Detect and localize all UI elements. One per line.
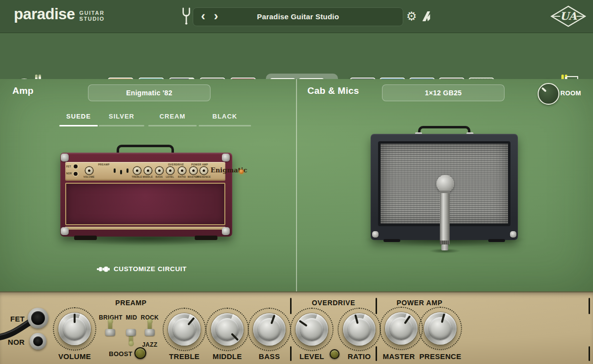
head-bass-knob	[156, 167, 163, 174]
amp-trim	[65, 227, 225, 230]
fet-input-jack[interactable]	[28, 308, 48, 328]
amp-model-selector[interactable]: Enigmatic '82	[88, 84, 211, 101]
customize-circuit-button[interactable]: CUSTOMIZE CIRCUIT	[97, 265, 187, 273]
room-label: ROOM	[560, 89, 581, 97]
microphone[interactable]	[436, 175, 454, 193]
overdrive-section-label: OVERDRIVE	[304, 299, 363, 307]
tuner-icon[interactable]	[181, 7, 192, 25]
treble-knob[interactable]	[168, 313, 201, 346]
level-knob[interactable]	[296, 313, 328, 346]
panel-divider	[296, 79, 297, 291]
amp-head-panel: FET NOR PREAMP OVERDRIVE POWER AMP VOLUM…	[65, 162, 225, 181]
settings-gear-icon[interactable]: ⚙	[406, 9, 417, 23]
master-knob[interactable]	[385, 312, 418, 345]
nor-input-jack[interactable]	[30, 333, 46, 350]
brand-logo: paradise GUITAR STUDIO	[14, 6, 105, 23]
head-treble-knob	[133, 167, 141, 174]
preset-title[interactable]: Paradise Guitar Studio	[193, 8, 403, 26]
mid-toggle[interactable]	[126, 320, 136, 345]
head-ratio-knob	[178, 167, 186, 174]
tab-black[interactable]: BLACK	[199, 112, 251, 126]
brand-name: paradise	[14, 6, 75, 23]
circuit-component-icon	[97, 266, 110, 273]
signal-chain-toolbar: IN GATE	[0, 33, 593, 80]
header-bar: paradise GUITAR STUDIO ‹ › Paradise Guit…	[0, 0, 593, 33]
head-volume-knob	[85, 167, 93, 174]
boost-button[interactable]	[134, 347, 146, 359]
amp-grille	[65, 183, 225, 225]
head-level-knob	[167, 167, 174, 174]
plugin-window: paradise GUITAR STUDIO ‹ › Paradise Guit…	[0, 0, 593, 364]
volume-knob[interactable]	[58, 313, 91, 345]
nor-input-label: NOR	[5, 338, 25, 346]
svg-text:UA: UA	[560, 10, 577, 22]
cab-model-selector[interactable]: 1×12 GB25	[382, 84, 505, 101]
fet-input-label: FET	[5, 315, 25, 323]
tab-suede[interactable]: SUEDE	[59, 112, 98, 126]
middle-knob[interactable]	[211, 313, 244, 346]
head-middle-knob	[144, 167, 152, 174]
ua-logo: UA	[550, 5, 587, 28]
limit-link-line	[566, 76, 578, 77]
room-knob[interactable]	[538, 83, 559, 105]
tab-silver[interactable]: SILVER	[99, 112, 144, 126]
preamp-section-label: PREAMP	[101, 299, 161, 307]
preset-bar[interactable]: ‹ › Paradise Guitar Studio	[193, 7, 403, 26]
amp-section-title: Amp	[12, 85, 34, 96]
head-power-led	[239, 169, 244, 174]
presence-knob[interactable]	[424, 312, 457, 345]
ratio-knob[interactable]	[343, 313, 376, 346]
amp-control-panel: FET NOR VOLUME PREAMP BRIGHT MID ROCK JA…	[0, 291, 593, 364]
head-presence-knob	[200, 167, 208, 174]
main-area: Amp Enigmatic '82 SUEDE SILVER CREAM BLA…	[0, 79, 593, 291]
head-fet-jack	[74, 164, 78, 168]
head-badge: Enigmatic	[211, 167, 239, 174]
bass-knob[interactable]	[253, 313, 286, 346]
cab-section-title: Cab & Mics	[307, 85, 359, 96]
head-nor-jack	[74, 172, 78, 176]
tab-cream[interactable]: CREAM	[148, 112, 197, 126]
bright-toggle[interactable]	[105, 320, 116, 345]
brand-subtitle: GUITAR STUDIO	[80, 10, 105, 22]
boost-label: BOOST	[105, 350, 132, 358]
luna-icon[interactable]	[421, 10, 432, 23]
poweramp-section-label: POWER AMP	[390, 299, 449, 307]
head-master-knob	[190, 167, 197, 174]
